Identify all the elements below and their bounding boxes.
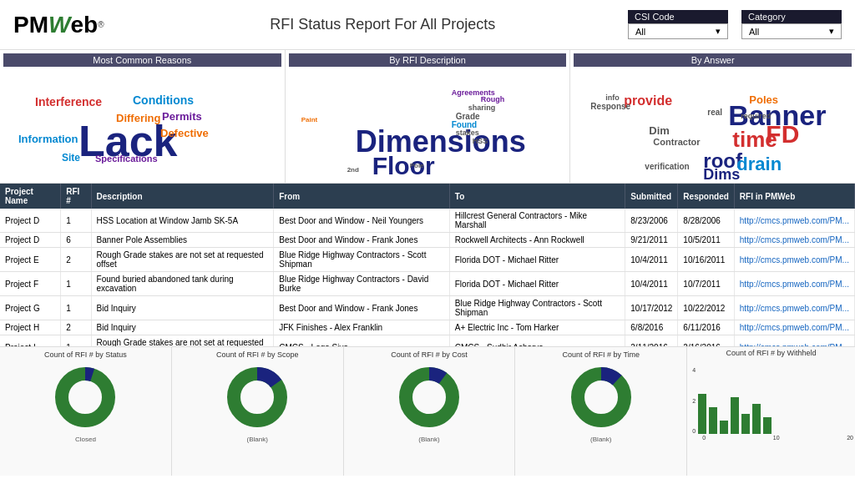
cloud-word: Interference [35, 95, 102, 108]
table-cell: Project D [0, 233, 61, 248]
rfi-link[interactable]: http://cmcs.pmweb.com/PM... [740, 343, 849, 347]
table-cell: 8/23/2006 [625, 209, 678, 233]
cost-chart-title: Count of RFI # by Cost [391, 350, 468, 359]
cloud-word: Poles [749, 93, 778, 106]
table-cell: 2 [61, 248, 91, 272]
bar [731, 397, 739, 434]
bar [698, 394, 706, 434]
table-row: Project I1Rough Grade stakes are not set… [0, 335, 855, 347]
table-cell: Rough Grade stakes are not set at reques… [91, 335, 274, 347]
table-cell: 2/16/2016 [678, 335, 734, 347]
table-cell: Project I [0, 335, 61, 347]
csi-code-select[interactable]: All ▾ [628, 23, 728, 39]
status-donut-label: Closed [75, 436, 96, 443]
table-cell: 8/28/2006 [678, 209, 734, 233]
cloud-word: info [605, 93, 620, 102]
logo: PM W eb ® [13, 12, 104, 38]
rfi-link[interactable]: http://cmcs.pmweb.com/PM... [740, 255, 849, 265]
y-mid: 2 [692, 398, 696, 404]
cloud-word: Floor [372, 152, 435, 180]
table-cell: Bid Inquiry [91, 296, 274, 320]
cost-donut-label: (Blank) [418, 436, 439, 443]
table-cell-link[interactable]: http://cmcs.pmweb.com/PM... [734, 320, 854, 335]
svg-point-6 [578, 374, 625, 421]
rfi-link[interactable]: http://cmcs.pmweb.com/PM... [740, 323, 849, 332]
table-cell: A+ Electric Inc - Tom Harker [449, 320, 625, 335]
table-cell: Rockwell Architects - Ann Rockwell [449, 233, 625, 248]
table-cell: Florida DOT - Michael Ritter [449, 272, 625, 296]
cloud-word: Dim [649, 124, 670, 137]
cost-chart-panel: Count of RFI # by Cost (Blank) [344, 347, 516, 476]
table-cell: Rough Grade stakes are not set at reques… [91, 248, 274, 272]
table-cell: Banner Pole Assemblies [91, 233, 274, 248]
cloud-word: provide [624, 93, 672, 108]
table-cell: Blue Ridge Highway Contractors - Scott S… [274, 248, 450, 272]
status-donut-svg [52, 364, 119, 431]
rfi-link[interactable]: http://cmcs.pmweb.com/PM... [740, 280, 849, 289]
cloud-word: 2nd [347, 166, 359, 174]
table-cell: 1 [61, 209, 91, 233]
time-donut [568, 364, 635, 431]
table-cell: 1 [61, 335, 91, 347]
table-cell: 10/7/2011 [678, 272, 734, 296]
table-cell: Hillcrest General Contractors - Mike Mar… [449, 209, 625, 233]
by-answer-cloud: BannerFDtimeroofdrainDimsprovideDimContr… [574, 70, 852, 179]
table-cell-link[interactable]: http://cmcs.pmweb.com/PM... [734, 233, 854, 248]
category-select[interactable]: All ▾ [741, 23, 842, 39]
cloud-word: verification [645, 162, 689, 171]
table-body: Project D1HSS Location at Window Jamb SK… [0, 209, 855, 346]
chevron-down-icon: ▾ [829, 26, 834, 37]
table-cell-link[interactable]: http://cmcs.pmweb.com/PM... [734, 209, 854, 233]
table-cell: Found buried abandoned tank during excav… [91, 272, 274, 296]
table-cell: Project F [0, 272, 61, 296]
table-cell: 6/8/2016 [625, 320, 678, 335]
cloud-word: Rough [481, 95, 505, 103]
charts-section: Count of RFI # by Status Closed Count of… [0, 346, 855, 476]
time-donut-svg [568, 364, 635, 431]
rfi-link[interactable]: http://cmcs.pmweb.com/PM... [740, 216, 849, 225]
table-cell: 6 [61, 233, 91, 248]
table-cell: Blue Ridge Highway Contractors - Scott S… [449, 296, 625, 320]
table-cell: 9/21/2011 [625, 233, 678, 248]
table-cell-link[interactable]: http://cmcs.pmweb.com/PM... [734, 296, 854, 320]
word-clouds-section: Most Common Reasons LackInterferenceCond… [0, 50, 855, 184]
by-answer-title: By Answer [574, 53, 852, 67]
cloud-word: Contractor [653, 137, 700, 147]
table-cell: Florida DOT - Michael Ritter [449, 248, 625, 272]
data-table-section: Project NameRFI #DescriptionFromToSubmit… [0, 184, 855, 346]
cloud-word: Differing [116, 112, 160, 124]
most-common-reasons-title: Most Common Reasons [3, 53, 281, 67]
header: PM W eb ® RFI Status Report For All Proj… [0, 0, 855, 50]
bar [752, 404, 761, 434]
table-row: Project F1Found buried abandoned tank du… [0, 272, 855, 296]
logo-eb: eb [70, 12, 98, 38]
table-cell-link[interactable]: http://cmcs.pmweb.com/PM... [734, 272, 854, 296]
table-cell: 6/11/2016 [678, 320, 734, 335]
table-cell-link[interactable]: http://cmcs.pmweb.com/PM... [734, 248, 854, 272]
rfi-link[interactable]: http://cmcs.pmweb.com/PM... [740, 304, 849, 313]
scope-donut-svg [224, 364, 291, 431]
table-cell-link[interactable]: http://cmcs.pmweb.com/PM... [734, 335, 854, 347]
status-chart-panel: Count of RFI # by Status Closed [0, 347, 172, 476]
table-row: Project D6Banner Pole AssembliesBest Doo… [0, 233, 855, 248]
category-filter: Category All ▾ [741, 10, 842, 39]
table-cell: 10/4/2011 [625, 272, 678, 296]
withheld-chart-title: Count of RFI # by Withheld [689, 349, 853, 357]
rfi-link[interactable]: http://cmcs.pmweb.com/PM... [740, 235, 849, 244]
cloud-word: Information [18, 133, 78, 145]
table-row: Project H2Bid InquiryJFK Finishes - Alex… [0, 320, 855, 335]
bar-chart [698, 367, 850, 434]
table-cell: CMCS - Loga Siva [274, 335, 450, 347]
bar [720, 421, 728, 434]
by-rfi-description-title: By RFI Description [289, 53, 567, 67]
table-cell: Best Door and Window - Frank Jones [274, 296, 450, 320]
table-cell: Bid Inquiry [91, 320, 274, 335]
scope-chart-panel: Count of RFI # by Scope (Blank) [172, 347, 344, 476]
table-cell: HSS Location at Window Jamb SK-5A [91, 209, 274, 233]
table-row: Project G1Bid InquiryBest Door and Windo… [0, 296, 855, 320]
table-cell: Best Door and Window - Neil Youngers [274, 209, 450, 233]
table-cell: Project D [0, 209, 61, 233]
status-chart-title: Count of RFI # by Status [44, 350, 127, 359]
logo-pm: PM [13, 12, 48, 38]
cloud-word: Paint [301, 116, 318, 123]
